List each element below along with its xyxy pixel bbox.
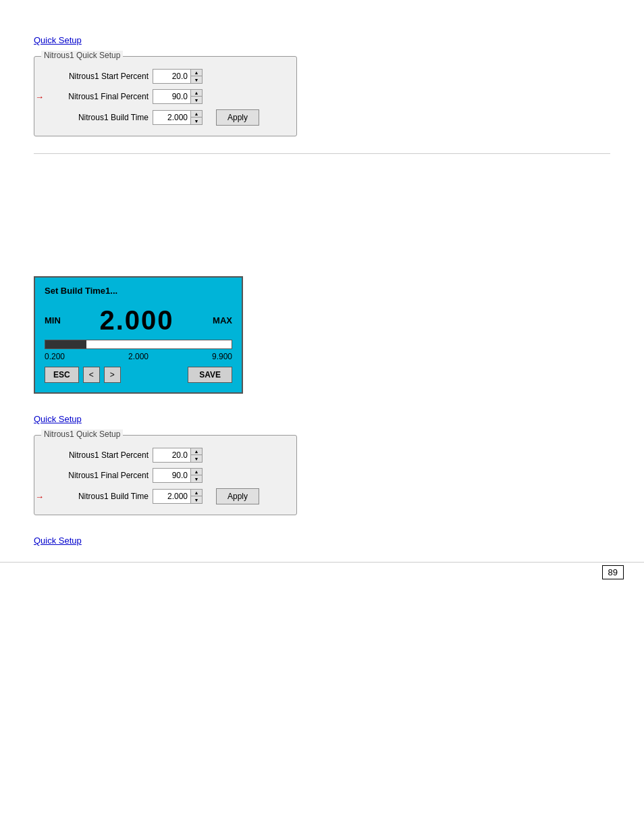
dialog-save-button[interactable]: SAVE <box>188 367 232 383</box>
dialog-max-label: MAX <box>213 315 232 325</box>
panel2-row2-input[interactable] <box>153 470 190 481</box>
slider-min-label: 0.200 <box>45 352 65 361</box>
panel1-row2-spinner-btns: ▲ ▼ <box>190 90 202 103</box>
body-text-4 <box>34 224 610 234</box>
panel2-quick-setup: Nitrous1 Quick Setup Nitrous1 Start Perc… <box>34 435 297 515</box>
panel1-row1: Nitrous1 Start Percent ▲ ▼ <box>45 69 286 84</box>
panel1-row1-spinner[interactable]: ▲ ▼ <box>153 69 203 84</box>
panel2-row1-spinner[interactable]: ▲ ▼ <box>153 448 203 463</box>
panel2-row1-label: Nitrous1 Start Percent <box>45 450 153 460</box>
dialog-prev-button[interactable]: < <box>83 367 100 383</box>
panel1-row3-down-btn[interactable]: ▼ <box>191 118 202 124</box>
dialog-slider-area: 0.200 2.000 9.900 <box>45 340 232 361</box>
dialog-buttons: ESC < > SAVE <box>45 367 232 383</box>
panel1-row1-input[interactable] <box>153 71 190 82</box>
panel2-row3-arrow: → <box>35 492 44 502</box>
slider-max-label: 9.900 <box>212 352 232 361</box>
panel1-row2-spinner[interactable]: ▲ ▼ <box>153 89 203 104</box>
panel2-row2-up-btn[interactable]: ▲ <box>191 469 202 475</box>
panel1-row3-spinner-btns: ▲ ▼ <box>190 111 202 124</box>
slider-labels: 0.200 2.000 9.900 <box>45 352 232 361</box>
panel1-row3-up-btn[interactable]: ▲ <box>191 111 202 118</box>
panel2-row3-spinner-btns: ▲ ▼ <box>190 490 202 503</box>
dialog-title: Set Build Time1... <box>45 286 232 296</box>
panel1-row2-down-btn[interactable]: ▼ <box>191 97 202 103</box>
page-number: 89 <box>608 567 618 577</box>
panel1-row1-spinner-btns: ▲ ▼ <box>190 70 202 83</box>
panel2-row3-spinner[interactable]: ▲ ▼ <box>153 489 203 504</box>
panel1-quick-setup: Nitrous1 Quick Setup Nitrous1 Start Perc… <box>34 56 297 136</box>
slider-fill <box>45 340 86 348</box>
panel1-row2-arrow: → <box>35 92 44 102</box>
panel2-row3-down-btn[interactable]: ▼ <box>191 496 202 503</box>
slider-current-label: 2.000 <box>128 352 149 361</box>
panel1-row1-label: Nitrous1 Start Percent <box>45 72 153 81</box>
panel1-row2: → Nitrous1 Final Percent ▲ ▼ <box>45 89 286 104</box>
panel2-row2-spinner-btns: ▲ ▼ <box>190 469 202 482</box>
panel2-row2-down-btn[interactable]: ▼ <box>191 475 202 482</box>
page-container: Quick Setup Nitrous1 Quick Setup Nitrous… <box>0 0 644 593</box>
panel2-apply-button[interactable]: Apply <box>216 488 259 504</box>
panel1-apply-button[interactable]: Apply <box>216 109 259 126</box>
footer-link[interactable]: Quick Setup <box>34 536 82 546</box>
panel1-row3: Nitrous1 Build Time ▲ ▼ Apply <box>45 109 286 126</box>
panel1-row2-input[interactable] <box>153 91 190 102</box>
panel2-row3-up-btn[interactable]: ▲ <box>191 490 202 496</box>
panel1-row1-down-btn[interactable]: ▼ <box>191 76 202 83</box>
body-text-3 <box>34 206 610 217</box>
slider-track[interactable] <box>45 340 232 349</box>
body-text-1 <box>34 171 610 182</box>
panel2-row1-spinner-btns: ▲ ▼ <box>190 448 202 462</box>
body-text-2 <box>34 188 610 199</box>
panel2-title: Nitrous1 Quick Setup <box>41 429 123 439</box>
dialog-value-row: MIN 2.000 MAX <box>45 305 232 336</box>
panel2-row1-up-btn[interactable]: ▲ <box>191 448 202 455</box>
panel1-title: Nitrous1 Quick Setup <box>41 51 123 60</box>
panel2-row1-input[interactable] <box>153 450 190 461</box>
panel2-row3: → Nitrous1 Build Time ▲ ▼ Apply <box>45 488 286 504</box>
dialog-big-value: 2.000 <box>99 305 173 336</box>
bottom-link[interactable]: Quick Setup <box>34 414 82 424</box>
top-link[interactable]: Quick Setup <box>34 35 82 45</box>
panel2-row1-down-btn[interactable]: ▼ <box>191 455 202 462</box>
build-time-dialog: Set Build Time1... MIN 2.000 MAX 0.200 2… <box>34 276 243 394</box>
page-number-box: 89 <box>602 565 624 579</box>
dialog-min-label: MIN <box>45 315 61 325</box>
panel1-row3-input[interactable] <box>153 112 190 123</box>
panel2-row1: Nitrous1 Start Percent ▲ ▼ <box>45 448 286 463</box>
panel2-row2-spinner[interactable]: ▲ ▼ <box>153 468 203 483</box>
panel2-row2: Nitrous1 Final Percent ▲ ▼ <box>45 468 286 483</box>
panel1-row3-spinner[interactable]: ▲ ▼ <box>153 110 203 125</box>
panel2-row2-label: Nitrous1 Final Percent <box>45 471 153 480</box>
panel1-row2-up-btn[interactable]: ▲ <box>191 90 202 97</box>
body-text-5 <box>34 241 610 252</box>
body-text-6 <box>34 259 610 269</box>
bottom-divider <box>0 562 644 563</box>
panel1-row3-label: Nitrous1 Build Time <box>45 113 153 122</box>
panel2-row3-input[interactable] <box>153 491 190 502</box>
dialog-esc-button[interactable]: ESC <box>45 367 79 383</box>
top-divider <box>34 153 610 154</box>
dialog-next-button[interactable]: > <box>104 367 121 383</box>
panel1-row1-up-btn[interactable]: ▲ <box>191 70 202 76</box>
panel2-row3-label: Nitrous1 Build Time <box>45 492 153 501</box>
panel1-row2-label: Nitrous1 Final Percent <box>45 92 153 101</box>
